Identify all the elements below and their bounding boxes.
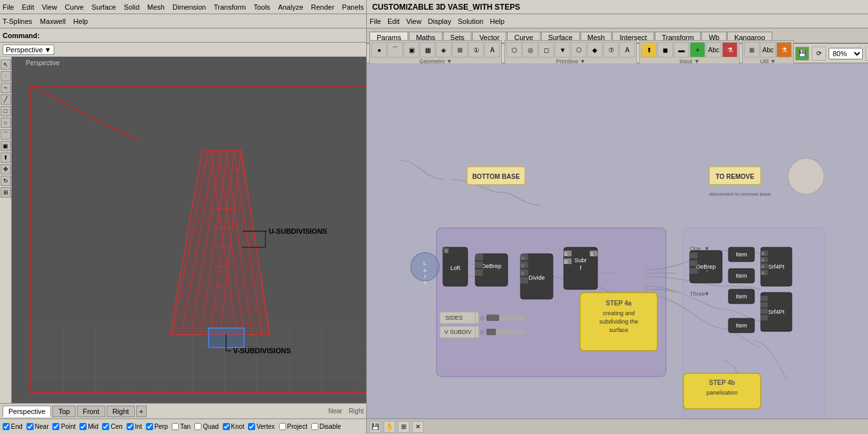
- gh-bottom-zoom-btn[interactable]: ⊞: [398, 421, 409, 433]
- gh-menu-display[interactable]: Display: [428, 17, 451, 25]
- osnap-vertex-checkbox[interactable]: [248, 423, 255, 430]
- tab-front[interactable]: Front: [77, 406, 105, 417]
- gh-menu-view[interactable]: View: [406, 17, 422, 25]
- side-tool-circle[interactable]: ○: [1, 118, 11, 128]
- osnap-mid-checkbox[interactable]: [79, 423, 87, 430]
- gh-save-btn[interactable]: 💾: [795, 46, 809, 61]
- side-tool-surface[interactable]: ▣: [1, 141, 11, 151]
- svg-text:Two: Two: [690, 268, 701, 274]
- menu-transform[interactable]: Transform: [214, 3, 246, 11]
- svg-rect-100: [486, 315, 499, 321]
- side-tool-select[interactable]: ↖: [1, 59, 11, 70]
- gh-menu-help[interactable]: Help: [490, 17, 504, 25]
- gh-tool-mesh-btn[interactable]: ▦: [420, 42, 435, 57]
- gh-menu-solution[interactable]: Solution: [458, 17, 484, 25]
- osnap-disable-checkbox[interactable]: [311, 423, 318, 430]
- gh-tool-prim2[interactable]: ◎: [522, 42, 538, 57]
- osnap-tan-checkbox[interactable]: [172, 423, 179, 430]
- side-tool-extrude[interactable]: ⬆: [1, 152, 11, 163]
- menu-solid[interactable]: Solid: [124, 3, 140, 11]
- osnap-quad-checkbox[interactable]: [194, 423, 202, 430]
- gh-tool-input6[interactable]: ⚗: [722, 42, 738, 57]
- gh-tool-prim5[interactable]: ⎔: [571, 42, 586, 57]
- gh-zoom-select[interactable]: 80% 100% 150%: [829, 48, 863, 59]
- osnap-cen-checkbox[interactable]: [102, 423, 109, 430]
- side-tool-line[interactable]: ╱: [1, 94, 11, 105]
- side-tool-point[interactable]: ·: [1, 71, 11, 81]
- tab-add-button[interactable]: +: [136, 406, 147, 417]
- gh-tool-prim8[interactable]: Α: [619, 42, 635, 57]
- gh-bottom-close-btn[interactable]: ✕: [412, 421, 424, 433]
- gh-tool-prim3[interactable]: ◻: [539, 42, 554, 57]
- gh-bottom-hand-btn[interactable]: ✋: [384, 421, 395, 433]
- side-tool-move[interactable]: ✥: [1, 164, 11, 174]
- gh-tool-point-btn[interactable]: ●: [371, 42, 387, 57]
- osnap-perp-checkbox[interactable]: [146, 423, 153, 430]
- gh-tool-input1[interactable]: ⬆: [641, 42, 657, 57]
- menu-render[interactable]: Render: [311, 3, 335, 11]
- side-tool-rect[interactable]: □: [1, 106, 11, 116]
- osnap-knot: Knot: [223, 423, 245, 430]
- gh-bottom-save-btn[interactable]: 💾: [369, 421, 381, 433]
- side-tool-curve[interactable]: ~: [1, 83, 11, 93]
- gh-tool-transform-btn[interactable]: ⊞: [452, 42, 468, 57]
- menu-tools[interactable]: Tools: [254, 3, 271, 11]
- gh-recalc-btn[interactable]: ⟳: [812, 46, 826, 61]
- viewport-tabs: Perspective Top Front Right + Near Right: [0, 403, 366, 418]
- gh-tool-prim6[interactable]: ◆: [587, 42, 603, 57]
- gh-tool-prim7[interactable]: ⑦: [603, 42, 619, 57]
- gh-fit-btn[interactable]: ⊡: [865, 46, 868, 61]
- osnap-point-checkbox[interactable]: [52, 423, 59, 430]
- gh-tool-curve-btn[interactable]: ⌒: [388, 42, 403, 57]
- menu-surface[interactable]: Surface: [92, 3, 116, 11]
- tab-right[interactable]: Right: [107, 406, 135, 417]
- side-tool-scale[interactable]: ⊞: [1, 187, 11, 198]
- osnap-mid: Mid: [79, 423, 98, 430]
- gh-canvas[interactable]: BOTTOM BASE TO REMOVE disconnect to remo…: [367, 63, 868, 418]
- viewport-dropdown[interactable]: Perspective ▼: [3, 45, 54, 55]
- menu-help[interactable]: Help: [74, 17, 88, 25]
- osnap-int-checkbox[interactable]: [127, 423, 134, 430]
- menu-maxwell[interactable]: Maxwell: [40, 17, 66, 25]
- gh-menu-edit[interactable]: Edit: [388, 17, 400, 25]
- gh-tool-input2[interactable]: ◼: [657, 42, 673, 57]
- menu-dimension[interactable]: Dimension: [172, 3, 206, 11]
- gh-tool-input3[interactable]: ▬: [674, 42, 689, 57]
- osnap-end: End: [3, 423, 23, 430]
- tab-perspective[interactable]: Perspective: [3, 406, 51, 417]
- menu-panels[interactable]: Panels: [342, 3, 364, 11]
- menu-mesh[interactable]: Mesh: [147, 3, 165, 11]
- viewport-3d[interactable]: U-SUBDIVISIONS V-SUBDIVISIONS z y x: [12, 57, 366, 403]
- svg-text:STEP 4b: STEP 4b: [709, 379, 735, 386]
- gh-tool-surface-btn[interactable]: ▣: [404, 42, 419, 57]
- command-input[interactable]: [42, 32, 364, 39]
- gh-tool-util1[interactable]: ⊞: [744, 42, 760, 57]
- gh-tool-text-btn[interactable]: A: [484, 42, 500, 57]
- gh-tool-util2[interactable]: Abc: [760, 42, 776, 57]
- osnap-end-checkbox[interactable]: [3, 423, 10, 430]
- gh-tool-prim4[interactable]: ▼: [555, 42, 570, 57]
- gh-tool-prim1[interactable]: ⬡: [506, 42, 522, 57]
- menu-tsplines[interactable]: T-Splines: [3, 17, 32, 25]
- side-tool-rotate[interactable]: ↻: [1, 176, 11, 186]
- gh-tool-brep-btn[interactable]: ◈: [436, 42, 451, 57]
- svg-rect-106: [486, 329, 496, 335]
- svg-text:Three: Three: [690, 291, 705, 297]
- gh-tool-util3[interactable]: ⚗: [776, 42, 792, 57]
- osnap-quad-label: Quad: [203, 423, 218, 430]
- osnap-near-checkbox[interactable]: [26, 423, 34, 430]
- gh-tool-input4[interactable]: +: [690, 42, 705, 57]
- tab-top[interactable]: Top: [52, 406, 76, 417]
- gh-menu-file[interactable]: File: [369, 17, 381, 25]
- menu-analyze[interactable]: Analyze: [278, 3, 303, 11]
- menu-edit[interactable]: Edit: [22, 3, 34, 11]
- menu-view[interactable]: View: [42, 3, 57, 11]
- gh-tool-param-btn[interactable]: ①: [468, 42, 484, 57]
- osnap-knot-checkbox[interactable]: [223, 423, 230, 430]
- menu-file[interactable]: File: [3, 3, 14, 11]
- gh-tool-input5[interactable]: Abc: [706, 42, 721, 57]
- osnap-knot-label: Knot: [231, 423, 245, 430]
- osnap-project-checkbox[interactable]: [279, 423, 286, 430]
- side-tool-arc[interactable]: ⌒: [1, 129, 11, 140]
- menu-curve[interactable]: Curve: [65, 3, 83, 11]
